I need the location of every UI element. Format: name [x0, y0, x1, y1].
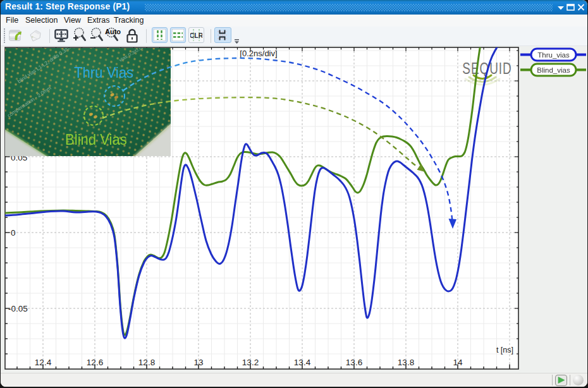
svg-text:13.4: 13.4 [294, 358, 311, 367]
svg-text:[0.2ns/div]: [0.2ns/div] [240, 49, 277, 58]
svg-text:-0.05: -0.05 [8, 304, 28, 313]
svg-text:13.6: 13.6 [346, 358, 362, 367]
svg-text:13.8: 13.8 [398, 358, 414, 367]
svg-text:12.6: 12.6 [87, 358, 103, 367]
svg-text:13.2: 13.2 [242, 358, 259, 367]
svg-text:13: 13 [193, 358, 203, 367]
svg-text:t [ns]: t [ns] [496, 346, 513, 355]
svg-text:Thru Vias: Thru Vias [74, 64, 133, 81]
svg-text:14: 14 [453, 358, 463, 367]
svg-text:12.4: 12.4 [35, 358, 52, 367]
svg-text:Thru_vias: Thru_vias [537, 51, 570, 59]
svg-text:12.8: 12.8 [138, 358, 155, 367]
svg-text:Blind_vias: Blind_vias [537, 66, 570, 74]
svg-text:0: 0 [11, 228, 16, 238]
svg-text:Blind Vias: Blind Vias [65, 131, 127, 148]
